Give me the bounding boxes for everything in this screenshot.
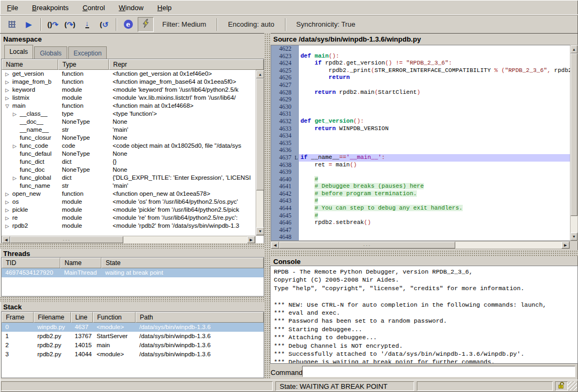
source-line[interactable]: 4632def get_version(): (271, 118, 577, 125)
namespace-row[interactable]: ▷keywordmodule<module 'keyword' from '/u… (2, 86, 256, 94)
column-header-state[interactable]: State (101, 258, 264, 268)
resize-grip[interactable] (568, 381, 577, 390)
stack-list[interactable]: 0winpdb.py4637<module>/data/sys/bin/winp… (2, 323, 264, 359)
column-header-repr[interactable]: Repr (109, 59, 264, 70)
namespace-row[interactable]: ▷picklemodule<module 'pickle' from '/usr… (2, 206, 256, 214)
tab-globals[interactable]: Globals (34, 46, 67, 59)
column-header-tid[interactable]: TID (2, 258, 60, 268)
tree-expander-icon[interactable]: ▷ (5, 87, 12, 93)
scroll-up-icon[interactable]: ▲ (256, 70, 264, 78)
source-line[interactable]: 4635 (271, 140, 577, 147)
namespace-row[interactable]: func_docNoneTypeNone (2, 166, 256, 174)
source-line[interactable]: 4622 (271, 45, 577, 53)
scroll-down-icon[interactable]: ▼ (571, 233, 577, 241)
source-line[interactable]: 4639 (271, 169, 577, 176)
tab-exception[interactable]: Exception (68, 46, 107, 59)
namespace-hscrollbar[interactable]: ◀ ··· ▶ (2, 236, 256, 244)
tree-expander-icon[interactable]: ▷ (5, 223, 12, 229)
namespace-row[interactable]: __name__str'main' (2, 126, 256, 134)
source-line[interactable]: 4629 (271, 96, 577, 103)
scroll-right-icon[interactable]: ▶ (247, 236, 255, 243)
namespace-row[interactable]: func_namestr'main' (2, 182, 256, 190)
synchronicity-button[interactable] (138, 17, 154, 32)
source-line[interactable]: 4646 rpdb2.setbreak() (271, 219, 577, 227)
source-line[interactable]: 4624 if rpdb2.get_version() != "RPDB_2_3… (271, 60, 577, 67)
unlocked-padlock-icon[interactable] (558, 382, 565, 391)
thread-row[interactable]: 46974534127920MainThreadwaiting at break… (2, 268, 264, 277)
go-button[interactable]: ▶ (21, 18, 36, 31)
scroll-left-icon[interactable]: ◀ (271, 242, 279, 249)
namespace-row[interactable]: ▷open_newfunction<function open_new at 0… (2, 190, 256, 198)
tree-expander-icon[interactable]: ▷ (5, 199, 12, 205)
source-line[interactable]: 4642 # before program termination. (271, 190, 577, 198)
source-line[interactable]: 4648 (271, 234, 577, 241)
namespace-row[interactable]: ▷rpdb2module<module 'rpdb2' from '/data/… (2, 222, 256, 230)
column-header-function[interactable]: Function (93, 312, 136, 323)
scroll-right-icon[interactable]: ▶ (561, 242, 569, 249)
namespace-tree[interactable]: ▷get_versionfunction<function get_versio… (2, 70, 256, 236)
source-line[interactable]: 4633 return WINPDB_VERSION (271, 125, 577, 133)
tree-expander-icon[interactable]: ▷ (13, 175, 20, 181)
column-header-name[interactable]: Name (2, 59, 58, 70)
tree-expander-icon[interactable]: ▷ (5, 207, 12, 213)
namespace-row[interactable]: func_closurNoneTypeNone (2, 134, 256, 142)
column-header-frame[interactable]: Frame (2, 312, 34, 323)
tree-expander-icon[interactable]: ▷ (13, 111, 20, 117)
scroll-up-icon[interactable]: ▲ (571, 45, 577, 53)
source-line[interactable]: 4638 ret = main() (271, 162, 577, 169)
vscroll-thumb[interactable] (571, 53, 577, 216)
threads-list[interactable]: 46974534127920MainThreadwaiting at break… (2, 268, 264, 277)
source-line[interactable]: 4640 # (271, 176, 577, 183)
source-line[interactable]: 4643 # (271, 197, 577, 205)
source-line[interactable]: 4630 (271, 103, 577, 111)
command-input[interactable] (302, 366, 575, 377)
stack-frame-row[interactable]: 1rpdb2.py13767StartServer/data/sys/bin/w… (2, 332, 264, 341)
tree-expander-icon[interactable]: ▷ (5, 191, 12, 197)
namespace-row[interactable]: __doc__NoneTypeNone (2, 118, 256, 126)
source-line[interactable]: 4623def main(): (271, 53, 577, 60)
hscroll-thumb[interactable]: ··· (10, 236, 123, 243)
step-into-button[interactable]: (↷) (62, 18, 77, 31)
namespace-row[interactable]: func_defaulNoneTypeNone (2, 150, 256, 158)
stack-frame-row[interactable]: 3rpdb2.py14044<module>/data/sys/bin/winp… (2, 350, 264, 359)
goto-button[interactable]: (↺ (97, 18, 112, 31)
menu-item-help[interactable]: Help (151, 4, 179, 12)
stack-frame-row[interactable]: 0winpdb.py4637<module>/data/sys/bin/winp… (2, 323, 264, 332)
source-vscrollbar[interactable]: ▲ ▼ (570, 45, 578, 241)
column-header-filename[interactable]: Filename (34, 312, 71, 323)
threads-stack-splitter[interactable] (0, 297, 264, 302)
namespace-row[interactable]: ▷osmodule<module 'os' from '/usr/lib64/p… (2, 198, 256, 206)
stack-frame-row[interactable]: 2rpdb2.py14015main/data/sys/bin/winpdb-1… (2, 341, 264, 350)
column-header-path[interactable]: Path (136, 312, 264, 323)
column-header-type[interactable]: Type (58, 59, 109, 70)
namespace-row[interactable]: ▷get_versionfunction<function get_versio… (2, 70, 256, 78)
namespace-row[interactable]: ▷image_from_bfunction<function image_fro… (2, 78, 256, 86)
menu-item-window[interactable]: Window (112, 4, 151, 12)
source-line[interactable]: 4631 (271, 110, 577, 118)
tab-locals[interactable]: Locals (4, 45, 33, 59)
source-line[interactable]: 4637Lif __name__=='__main__': (271, 154, 577, 162)
break-button[interactable] (4, 18, 19, 31)
source-line[interactable]: 4645 # (271, 212, 577, 220)
namespace-row[interactable]: ▽mainfunction<function main at 0x1ef4668… (2, 102, 256, 110)
source-line[interactable]: 4626 return (271, 74, 577, 82)
vscroll-thumb[interactable] (256, 78, 264, 190)
menu-item-breakpoints[interactable]: Breakpoints (25, 4, 76, 12)
source-view[interactable]: 46224623def main():4624 if rpdb2.get_ver… (271, 45, 578, 241)
tree-expander-icon[interactable]: ▷ (5, 215, 12, 221)
source-line[interactable]: 4628 return rpdb2.main(StartClient) (271, 89, 577, 97)
menu-item-control[interactable]: Control (76, 4, 112, 12)
namespace-row[interactable]: ▷__class__type<type 'function'> (2, 110, 256, 118)
tree-expander-icon[interactable]: ▷ (5, 79, 12, 85)
namespace-row[interactable]: ▷func_globaldict{'DLG_EXPR_TITLE': 'Ente… (2, 174, 256, 182)
hscroll-thumb[interactable]: ··· (279, 242, 455, 249)
source-line[interactable]: 4644 # You can step to debug any exit ha… (271, 205, 577, 212)
tree-expander-icon[interactable]: ▷ (13, 143, 20, 149)
namespace-row[interactable]: ▷remodule<module 're' from '/usr/lib64/p… (2, 214, 256, 222)
tree-expander-icon[interactable]: ▷ (5, 95, 12, 101)
scroll-down-icon[interactable]: ▼ (256, 227, 264, 235)
source-line[interactable]: 4641 # Debuggee breaks (pauses) here (271, 183, 577, 190)
source-line[interactable]: 4625 rpdb2._print(STR_ERROR_INTERFACE_CO… (271, 67, 577, 75)
source-line[interactable]: 4627 (271, 82, 577, 89)
source-line[interactable]: 4634 (271, 132, 577, 140)
